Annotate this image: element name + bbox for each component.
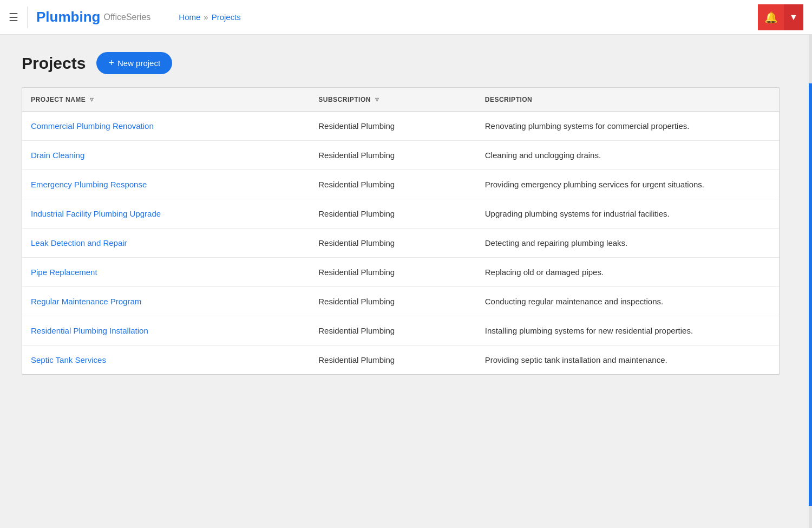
description-cell: Cleaning and unclogging drains. bbox=[476, 141, 779, 170]
subscription-cell: Residential Plumbing bbox=[310, 258, 476, 287]
description-cell: Installing plumbing systems for new resi… bbox=[476, 316, 779, 346]
scrollbar-track bbox=[809, 35, 812, 528]
description-cell: Conducting regular maintenance and inspe… bbox=[476, 287, 779, 316]
menu-icon[interactable]: ☰ bbox=[9, 11, 18, 24]
breadcrumb: Home » Projects bbox=[179, 12, 241, 22]
project-name-link[interactable]: Leak Detection and Repair bbox=[31, 238, 127, 247]
subscription-cell: Residential Plumbing bbox=[310, 346, 476, 375]
projects-table: PROJECT NAME ▿ SUBSCRIPTION ▿ DESCRIPTIO… bbox=[22, 88, 779, 374]
scrollbar-thumb[interactable] bbox=[809, 83, 812, 506]
description-cell: Replacing old or damaged pipes. bbox=[476, 258, 779, 287]
table-row: Drain CleaningResidential PlumbingCleani… bbox=[22, 141, 779, 170]
page-header: Projects + New project bbox=[22, 52, 790, 74]
table-row: Emergency Plumbing ResponseResidential P… bbox=[22, 170, 779, 199]
plus-icon: + bbox=[108, 57, 114, 69]
subscription-cell: Residential Plumbing bbox=[310, 229, 476, 258]
table-row: Residential Plumbing InstallationResiden… bbox=[22, 316, 779, 346]
project-name-link[interactable]: Regular Maintenance Program bbox=[31, 297, 141, 306]
col-header-subscription: SUBSCRIPTION ▿ bbox=[310, 88, 476, 112]
subscription-cell: Residential Plumbing bbox=[310, 287, 476, 316]
breadcrumb-current[interactable]: Projects bbox=[212, 12, 241, 22]
table-row: Leak Detection and RepairResidential Plu… bbox=[22, 229, 779, 258]
main-content: Projects + New project PROJECT NAME ▿ bbox=[0, 35, 812, 392]
breadcrumb-home[interactable]: Home bbox=[179, 12, 200, 22]
bell-icon: 🔔 bbox=[764, 11, 778, 24]
table-row: Pipe ReplacementResidential PlumbingRepl… bbox=[22, 258, 779, 287]
project-name-link[interactable]: Residential Plumbing Installation bbox=[31, 326, 148, 335]
logo: Plumbing bbox=[36, 9, 100, 25]
filter-icon-name[interactable]: ▿ bbox=[90, 95, 94, 103]
chevron-down-icon: ▼ bbox=[789, 12, 798, 22]
table-row: Regular Maintenance ProgramResidential P… bbox=[22, 287, 779, 316]
breadcrumb-sep: » bbox=[204, 12, 208, 22]
header: ☰ Plumbing OfficeSeries Home » Projects … bbox=[0, 0, 812, 35]
table-row: Commercial Plumbing RenovationResidentia… bbox=[22, 112, 779, 141]
col-header-description: DESCRIPTION bbox=[476, 88, 779, 112]
description-cell: Providing emergency plumbing services fo… bbox=[476, 170, 779, 199]
logo-sub: OfficeSeries bbox=[103, 12, 150, 22]
project-name-link[interactable]: Pipe Replacement bbox=[31, 268, 97, 277]
description-cell: Detecting and repairing plumbing leaks. bbox=[476, 229, 779, 258]
description-cell: Renovating plumbing systems for commerci… bbox=[476, 112, 779, 141]
table-header-row: PROJECT NAME ▿ SUBSCRIPTION ▿ DESCRIPTIO… bbox=[22, 88, 779, 112]
description-cell: Providing septic tank installation and m… bbox=[476, 346, 779, 375]
project-name-link[interactable]: Emergency Plumbing Response bbox=[31, 180, 147, 189]
new-project-label: New project bbox=[117, 58, 160, 68]
page-title: Projects bbox=[22, 54, 86, 73]
subscription-cell: Residential Plumbing bbox=[310, 112, 476, 141]
subscription-cell: Residential Plumbing bbox=[310, 170, 476, 199]
subscription-cell: Residential Plumbing bbox=[310, 199, 476, 229]
subscription-cell: Residential Plumbing bbox=[310, 316, 476, 346]
projects-table-container: PROJECT NAME ▿ SUBSCRIPTION ▿ DESCRIPTIO… bbox=[22, 87, 780, 375]
subscription-cell: Residential Plumbing bbox=[310, 141, 476, 170]
project-name-link[interactable]: Commercial Plumbing Renovation bbox=[31, 121, 154, 131]
user-dropdown-button[interactable]: ▼ bbox=[784, 4, 803, 30]
table-row: Septic Tank ServicesResidential Plumbing… bbox=[22, 346, 779, 375]
col-header-name: PROJECT NAME ▿ bbox=[22, 88, 310, 112]
table-row: Industrial Facility Plumbing UpgradeResi… bbox=[22, 199, 779, 229]
project-name-link[interactable]: Drain Cleaning bbox=[31, 151, 84, 160]
header-right: 🔔 ▼ bbox=[758, 4, 803, 30]
project-name-link[interactable]: Industrial Facility Plumbing Upgrade bbox=[31, 209, 161, 218]
description-cell: Upgrading plumbing systems for industria… bbox=[476, 199, 779, 229]
filter-icon-subscription[interactable]: ▿ bbox=[375, 95, 379, 103]
new-project-button[interactable]: + New project bbox=[96, 52, 172, 74]
project-name-link[interactable]: Septic Tank Services bbox=[31, 355, 106, 364]
bell-button[interactable]: 🔔 bbox=[758, 4, 784, 30]
logo-divider bbox=[27, 6, 28, 28]
